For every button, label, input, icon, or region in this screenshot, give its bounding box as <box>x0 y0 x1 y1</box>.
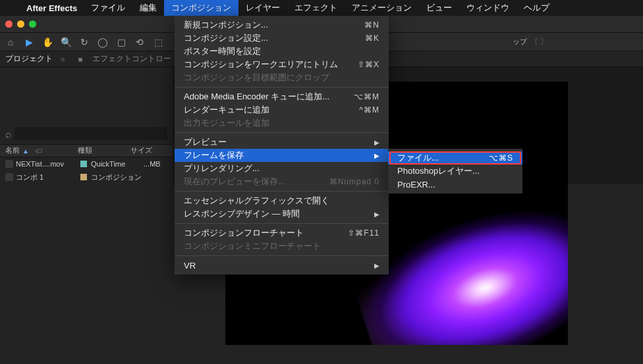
dropdown-item: 現在のプレビューを保存...⌘Numpad 0 <box>175 175 389 188</box>
submenu-item[interactable]: ファイル...⌥⌘S <box>388 151 522 165</box>
header-type[interactable]: 種類 <box>78 146 130 155</box>
menu-help[interactable]: ヘルプ <box>517 0 557 16</box>
composition-dropdown: 新規コンポジション...⌘Nコンポジション設定...⌘Kポスター時間を設定コンポ… <box>175 16 389 274</box>
dropdown-item[interactable]: レンダーキューに追加^⌘M <box>175 103 389 117</box>
hand-tool-icon[interactable]: ✋ <box>41 36 54 49</box>
close-window-button[interactable] <box>5 20 13 28</box>
label-icon: 🏷 <box>36 147 43 155</box>
zoom-tool-icon[interactable]: 🔍 <box>59 36 72 49</box>
mask-tool-icon[interactable]: ⬚ <box>152 36 165 49</box>
dropdown-item[interactable]: 新規コンポジション...⌘N <box>175 18 389 32</box>
comp-icon <box>5 173 13 181</box>
menu-composition[interactable]: コンポジション <box>164 0 238 16</box>
dropdown-item[interactable]: ポスター時間を設定 <box>175 45 389 58</box>
roto-tool-icon[interactable]: ⟲ <box>133 36 146 49</box>
zoom-window-button[interactable] <box>29 20 36 28</box>
selection-tool-icon[interactable]: ▶ <box>22 36 36 49</box>
menu-edit[interactable]: 編集 <box>132 0 164 16</box>
project-row[interactable]: NEXTist....mov QuickTime ...MB <box>0 157 173 170</box>
submenu-arrow-icon: ▶ <box>374 152 379 159</box>
dropdown-item: コンポジションミニフローチャート <box>175 240 389 253</box>
project-search-input[interactable] <box>14 127 167 140</box>
file-icon <box>5 160 13 168</box>
dropdown-item[interactable]: プレビュー▶ <box>175 136 389 149</box>
sort-arrow-icon: ▲ <box>22 147 29 155</box>
dropdown-item[interactable]: コンポジションフローチャート⇧⌘F11 <box>175 226 389 240</box>
submenu-item[interactable]: ProEXR... <box>388 178 522 191</box>
bracket-icon: 〔 〕 <box>531 37 547 47</box>
tab-project[interactable]: プロジェクト <box>5 54 53 64</box>
save-frame-submenu: ファイル...⌥⌘SPhotoshopレイヤー...ProEXR... <box>388 149 522 194</box>
project-row[interactable]: コンポ 1 コンポジション <box>0 170 173 184</box>
tab-effect-controls[interactable]: エフェクトコントロー <box>92 54 171 64</box>
menu-animation[interactable]: アニメーション <box>345 0 419 16</box>
menu-effect[interactable]: エフェクト <box>287 0 345 16</box>
app-name: After Effects <box>20 3 84 13</box>
menubar: After Effects ファイル 編集 コンポジション レイヤー エフェクト… <box>0 0 643 16</box>
dropdown-item[interactable]: コンポジション設定...⌘K <box>175 32 389 45</box>
orbit-tool-icon[interactable]: ↻ <box>78 36 91 49</box>
submenu-arrow-icon: ▶ <box>374 211 379 218</box>
dropdown-item[interactable]: レスポンシブデザイン — 時間▶ <box>175 207 389 221</box>
header-name[interactable]: 名前 <box>5 146 20 155</box>
header-size[interactable]: サイズ <box>130 146 167 155</box>
submenu-arrow-icon: ▶ <box>374 262 379 269</box>
dropdown-item[interactable]: VR▶ <box>175 259 389 272</box>
project-panel: ⌕ 名前 ▲ 🏷 種類 サイズ NEXTist....mov QuickTime… <box>0 67 173 184</box>
search-icon: ⌕ <box>5 128 12 140</box>
dropdown-item[interactable]: エッセンシャルグラフィックスで開く <box>175 194 389 207</box>
minimize-window-button[interactable] <box>17 20 24 28</box>
dropdown-item[interactable]: コンポジションをワークエリアにトリム⇧⌘X <box>175 58 389 71</box>
submenu-arrow-icon: ▶ <box>374 139 379 146</box>
rotate-tool-icon[interactable]: ◯ <box>96 36 109 49</box>
submenu-item[interactable]: Photoshopレイヤー... <box>388 165 522 178</box>
menu-file[interactable]: ファイル <box>84 0 132 16</box>
viewer-title: ップ 〔 〕 <box>513 37 547 47</box>
dropdown-item[interactable]: Adobe Media Encoder キューに追加...⌥⌘M <box>175 90 389 103</box>
menu-window[interactable]: ウィンドウ <box>459 0 517 16</box>
menu-view[interactable]: ビュー <box>419 0 459 16</box>
dropdown-item[interactable]: フレームを保存▶ <box>175 149 389 162</box>
dropdown-item[interactable]: プリレンダリング... <box>175 162 389 175</box>
label-swatch <box>80 161 87 167</box>
home-icon[interactable]: ⌂ <box>4 36 17 49</box>
project-headers[interactable]: 名前 ▲ 🏷 種類 サイズ <box>0 144 173 157</box>
camera-tool-icon[interactable]: ▢ <box>115 36 128 49</box>
dropdown-item: コンポジションを目標範囲にクロップ <box>175 71 389 84</box>
label-swatch <box>80 174 87 180</box>
panel-menu-icon[interactable]: ≡ <box>61 55 65 63</box>
menu-layer[interactable]: レイヤー <box>238 0 287 16</box>
dropdown-item: 出力モジュールを追加 <box>175 117 389 130</box>
